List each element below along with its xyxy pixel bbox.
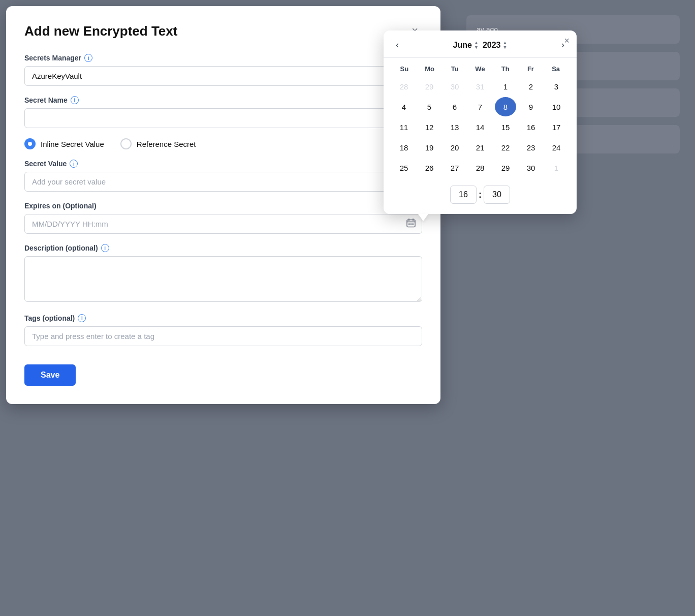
secret-name-field: Secret Name i Id © [24, 96, 422, 128]
description-label: Description (optional) i [24, 244, 422, 252]
secret-name-input[interactable] [24, 108, 422, 128]
calendar-day[interactable]: 19 [419, 138, 440, 157]
calendar-day[interactable]: 17 [546, 117, 567, 137]
weekday-tu: Tu [442, 63, 467, 75]
secret-name-info-icon[interactable]: i [71, 96, 79, 104]
secret-name-label: Secret Name i [24, 96, 79, 104]
calendar-time: 16 : 30 [384, 186, 577, 204]
expires-on-field: Expires on (Optional) [24, 202, 422, 234]
calendar-day[interactable]: 21 [469, 138, 491, 157]
calendar-day[interactable]: 22 [495, 138, 516, 157]
calendar-day[interactable]: 3 [546, 77, 567, 96]
description-field: Description (optional) i [24, 244, 422, 304]
add-encrypted-text-modal: Add new Encrypted Text × Secrets Manager… [6, 6, 440, 404]
calendar-weekdays: Su Mo Tu We Th Fr Sa [392, 63, 568, 75]
calendar-day[interactable]: 14 [469, 117, 491, 137]
calendar-month-year: June ▲▼ 2023 ▲▼ [453, 41, 508, 50]
secrets-manager-input[interactable] [24, 66, 422, 86]
calendar-nav: ‹ June ▲▼ 2023 ▲▼ › [384, 30, 577, 58]
calendar-day[interactable]: 11 [393, 117, 415, 137]
calendar-icon-button[interactable] [406, 218, 416, 230]
calendar-day: 29 [419, 77, 440, 96]
calendar-day[interactable]: 18 [393, 138, 415, 157]
calendar-days: 2829303112345678910111213141516171819202… [392, 77, 568, 177]
calendar-day[interactable]: 26 [419, 158, 440, 177]
calendar-day[interactable]: 8 [495, 97, 516, 116]
svg-rect-5 [410, 223, 412, 225]
time-separator: : [479, 190, 482, 200]
calendar-year-selector[interactable]: 2023 ▲▼ [483, 41, 508, 50]
expires-on-input-wrapper [24, 214, 422, 234]
time-minute[interactable]: 30 [484, 186, 510, 204]
description-textarea[interactable] [24, 256, 422, 302]
calendar-day[interactable]: 24 [546, 138, 567, 157]
secrets-manager-field: Secrets Manager i [24, 54, 422, 86]
secret-value-field: Secret Value i [24, 160, 422, 192]
weekday-we: We [467, 63, 493, 75]
calendar-day[interactable]: 1 [495, 77, 516, 96]
modal-header: Add new Encrypted Text × [24, 22, 422, 40]
calendar-day[interactable]: 16 [520, 117, 542, 137]
calendar-day[interactable]: 29 [495, 158, 516, 177]
calendar-day[interactable]: 23 [520, 138, 542, 157]
calendar-day[interactable]: 27 [444, 158, 465, 177]
calendar-day[interactable]: 25 [393, 158, 415, 177]
secrets-manager-label: Secrets Manager i [24, 54, 422, 62]
calendar-day[interactable]: 4 [393, 97, 415, 116]
calendar-day[interactable]: 30 [520, 158, 542, 177]
weekday-fr: Fr [518, 63, 544, 75]
calendar-day[interactable]: 10 [546, 97, 567, 116]
calendar-day[interactable]: 20 [444, 138, 465, 157]
inline-secret-radio-circle [24, 138, 36, 149]
calendar-month-selector[interactable]: June ▲▼ [453, 41, 479, 50]
secrets-manager-info-icon[interactable]: i [84, 54, 92, 62]
calendar-day[interactable]: 6 [444, 97, 465, 116]
weekday-th: Th [493, 63, 518, 75]
modal-title: Add new Encrypted Text [24, 23, 177, 39]
description-info-icon[interactable]: i [101, 244, 109, 252]
secret-value-input[interactable] [24, 172, 422, 192]
calendar-day[interactable]: 13 [444, 117, 465, 137]
weekday-sa: Sa [543, 63, 568, 75]
weekday-su: Su [392, 63, 417, 75]
inline-secret-radio[interactable]: Inline Secret Value [24, 138, 104, 149]
calendar-day: 28 [393, 77, 415, 96]
save-button[interactable]: Save [24, 364, 76, 386]
secret-name-label-row: Secret Name i Id © [24, 96, 422, 104]
calendar-close-button[interactable]: × [564, 36, 570, 46]
tags-field: Tags (optional) i [24, 314, 422, 346]
secret-value-label: Secret Value i [24, 160, 422, 168]
calendar-day[interactable]: 12 [419, 117, 440, 137]
reference-secret-radio-circle [120, 138, 132, 149]
calendar-prev-button[interactable]: ‹ [392, 38, 403, 52]
calendar-day[interactable]: 28 [469, 158, 491, 177]
calendar-day[interactable]: 15 [495, 117, 516, 137]
svg-rect-4 [408, 223, 410, 225]
reference-secret-radio[interactable]: Reference Secret [120, 138, 196, 149]
weekday-mo: Mo [417, 63, 443, 75]
tags-info-icon[interactable]: i [78, 314, 86, 322]
calendar-day: 1 [546, 158, 567, 177]
expires-on-input[interactable] [24, 214, 422, 234]
calendar-day[interactable]: 2 [520, 77, 542, 96]
time-hour[interactable]: 16 [450, 186, 477, 204]
calendar-popup: × ‹ June ▲▼ 2023 ▲▼ › Su Mo Tu We Th Fr … [384, 30, 577, 214]
expires-on-label: Expires on (Optional) [24, 202, 422, 210]
tags-label: Tags (optional) i [24, 314, 422, 322]
calendar-day[interactable]: 9 [520, 97, 542, 116]
calendar-day[interactable]: 7 [469, 97, 491, 116]
svg-rect-6 [413, 223, 414, 225]
calendar-day: 31 [469, 77, 491, 96]
secret-value-info-icon[interactable]: i [70, 160, 78, 168]
radio-group: Inline Secret Value Reference Secret [24, 138, 422, 149]
calendar-grid: Su Mo Tu We Th Fr Sa 2829303112345678910… [384, 58, 577, 177]
tags-input[interactable] [24, 326, 422, 346]
calendar-day[interactable]: 5 [419, 97, 440, 116]
calendar-day: 30 [444, 77, 465, 96]
